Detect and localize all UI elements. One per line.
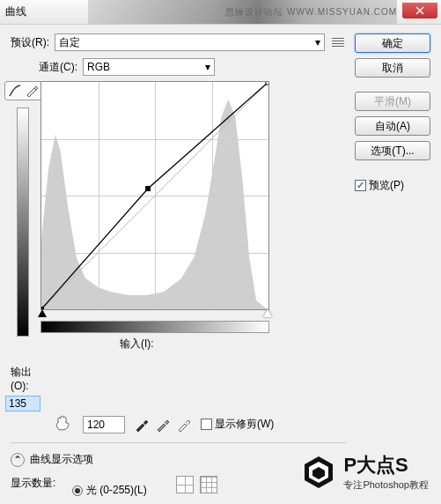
- smooth-button: 平滑(M): [355, 92, 430, 111]
- watermark-text: 思缘设计论坛 WWW.MISSYUAN.COM: [225, 0, 397, 25]
- curve-tool-point[interactable]: [7, 84, 23, 98]
- brand-logo: P大点S 专注Photoshop教程: [301, 452, 429, 492]
- show-clipping-checkbox[interactable]: 显示修剪(W): [201, 417, 274, 432]
- preset-value: 自定: [59, 35, 80, 50]
- grid-coarse-button[interactable]: [176, 476, 194, 493]
- preset-select[interactable]: 自定 ▾: [55, 33, 325, 51]
- output-gradient: [17, 107, 29, 337]
- svg-rect-1: [41, 307, 44, 309]
- eyedropper-icon: [155, 417, 171, 433]
- curve-graph[interactable]: [40, 81, 269, 310]
- channel-value: RGB: [87, 61, 110, 73]
- input-gradient: [40, 321, 269, 333]
- grid-fine-button[interactable]: [200, 476, 217, 493]
- section-title: 曲线显示选项: [30, 452, 93, 467]
- logo-text-sub: 专注Photoshop教程: [343, 478, 429, 492]
- output-field[interactable]: [5, 396, 40, 411]
- chevron-down-icon: ▾: [205, 61, 210, 73]
- channel-select[interactable]: RGB ▾: [83, 58, 215, 76]
- eyedropper-white[interactable]: [176, 417, 192, 433]
- white-point-slider[interactable]: [263, 309, 272, 317]
- radio-light[interactable]: 光 (0-255)(L): [72, 484, 147, 496]
- input-label: 输入(I):: [120, 337, 346, 352]
- svg-rect-3: [266, 82, 268, 85]
- logo-icon: [301, 455, 336, 490]
- pencil-icon: [26, 85, 38, 97]
- svg-line-0: [41, 82, 268, 309]
- close-icon: [415, 6, 424, 15]
- eyedropper-black[interactable]: [134, 417, 150, 433]
- black-point-slider[interactable]: [38, 309, 47, 317]
- output-label: 输出(O):: [11, 365, 35, 392]
- chevron-up-icon: ⌃: [13, 454, 22, 466]
- window-title: 曲线: [5, 4, 26, 19]
- cancel-button[interactable]: 取消: [355, 58, 430, 78]
- curve-lines: [41, 82, 268, 309]
- channel-label: 通道(C):: [39, 60, 77, 75]
- hand-icon: [55, 415, 74, 431]
- eyedropper-icon: [176, 417, 192, 433]
- auto-button[interactable]: 自动(A): [355, 116, 430, 136]
- input-field[interactable]: [83, 416, 125, 434]
- target-adjust-button[interactable]: [55, 415, 74, 434]
- preset-flyout-button[interactable]: [330, 34, 346, 50]
- close-button[interactable]: [402, 3, 437, 19]
- chevron-down-icon: ▾: [315, 36, 320, 48]
- eyedropper-gray[interactable]: [155, 417, 171, 433]
- preset-label: 预设(R):: [11, 35, 49, 50]
- curve-icon: [9, 85, 21, 97]
- show-amount-label: 显示数量:: [11, 476, 63, 491]
- eyedropper-icon: [134, 417, 150, 433]
- curve-tool-pencil[interactable]: [24, 84, 40, 98]
- options-button[interactable]: 选项(T)...: [355, 141, 430, 160]
- collapse-button[interactable]: ⌃: [11, 453, 25, 467]
- curve-tool-group: [4, 81, 42, 100]
- ok-button[interactable]: 确定: [355, 33, 430, 53]
- titlebar: 曲线 思缘设计论坛 WWW.MISSYUAN.COM: [0, 0, 441, 25]
- logo-text-main: P大点S: [343, 452, 429, 478]
- preview-checkbox[interactable]: 预览(P): [355, 178, 430, 193]
- svg-rect-2: [145, 186, 151, 191]
